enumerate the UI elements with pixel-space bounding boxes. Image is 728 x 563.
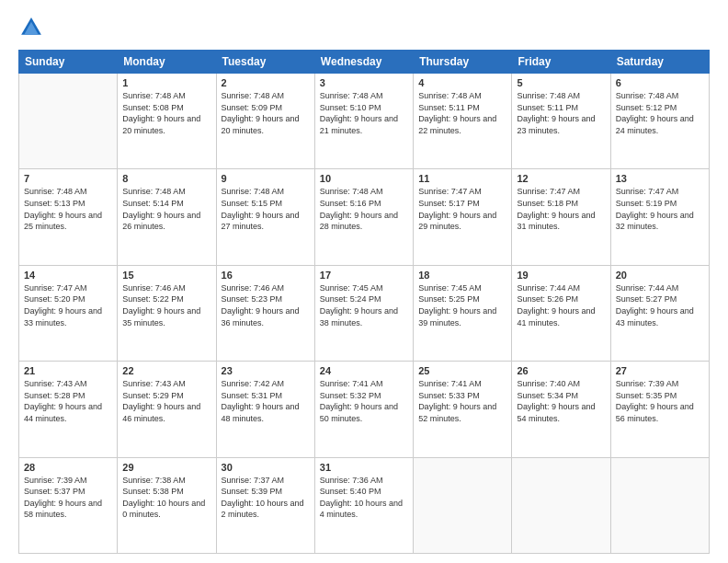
page: SundayMondayTuesdayWednesdayThursdayFrid…	[0, 0, 728, 563]
calendar-cell: 9Sunrise: 7:48 AMSunset: 5:15 PMDaylight…	[216, 169, 314, 265]
calendar-cell: 3Sunrise: 7:48 AMSunset: 5:10 PMDaylight…	[314, 74, 413, 169]
calendar-header-friday: Friday	[512, 51, 610, 74]
calendar-cell: 21Sunrise: 7:43 AMSunset: 5:28 PMDayligh…	[19, 362, 118, 457]
calendar-cell: 26Sunrise: 7:40 AMSunset: 5:34 PMDayligh…	[512, 362, 610, 457]
calendar-cell: 27Sunrise: 7:39 AMSunset: 5:35 PMDayligh…	[610, 362, 709, 457]
calendar-header-monday: Monday	[118, 51, 216, 74]
day-info: Sunrise: 7:48 AMSunset: 5:08 PMDaylight:…	[122, 90, 210, 136]
calendar-cell: 1Sunrise: 7:48 AMSunset: 5:08 PMDaylight…	[118, 74, 216, 169]
day-info: Sunrise: 7:47 AMSunset: 5:19 PMDaylight:…	[616, 186, 704, 232]
day-number: 30	[222, 462, 310, 473]
day-info: Sunrise: 7:48 AMSunset: 5:11 PMDaylight:…	[418, 90, 506, 136]
calendar-cell: 18Sunrise: 7:45 AMSunset: 5:25 PMDayligh…	[414, 265, 512, 361]
day-info: Sunrise: 7:48 AMSunset: 5:15 PMDaylight:…	[222, 186, 310, 232]
day-number: 1	[122, 77, 210, 88]
day-number: 24	[320, 365, 408, 376]
day-info: Sunrise: 7:39 AMSunset: 5:35 PMDaylight:…	[616, 378, 704, 424]
calendar-cell: 24Sunrise: 7:41 AMSunset: 5:32 PMDayligh…	[314, 362, 413, 457]
calendar-cell: 23Sunrise: 7:42 AMSunset: 5:31 PMDayligh…	[216, 362, 314, 457]
day-number: 18	[418, 270, 506, 281]
calendar-week-5: 28Sunrise: 7:39 AMSunset: 5:37 PMDayligh…	[19, 457, 710, 553]
day-info: Sunrise: 7:47 AMSunset: 5:18 PMDaylight:…	[517, 186, 605, 232]
day-number: 7	[24, 173, 112, 184]
day-number: 2	[222, 77, 310, 88]
calendar-cell: 17Sunrise: 7:45 AMSunset: 5:24 PMDayligh…	[314, 265, 413, 361]
day-info: Sunrise: 7:47 AMSunset: 5:17 PMDaylight:…	[418, 186, 506, 232]
day-info: Sunrise: 7:46 AMSunset: 5:23 PMDaylight:…	[222, 282, 310, 328]
day-number: 5	[517, 77, 605, 88]
day-number: 13	[616, 173, 704, 184]
calendar-week-1: 1Sunrise: 7:48 AMSunset: 5:08 PMDaylight…	[19, 74, 710, 169]
day-info: Sunrise: 7:48 AMSunset: 5:13 PMDaylight:…	[24, 186, 112, 232]
calendar-table: SundayMondayTuesdayWednesdayThursdayFrid…	[18, 50, 710, 554]
day-number: 3	[320, 77, 408, 88]
calendar-cell: 30Sunrise: 7:37 AMSunset: 5:39 PMDayligh…	[216, 457, 314, 553]
day-info: Sunrise: 7:48 AMSunset: 5:09 PMDaylight:…	[222, 90, 310, 136]
calendar-cell: 7Sunrise: 7:48 AMSunset: 5:13 PMDaylight…	[19, 169, 118, 265]
day-number: 27	[616, 365, 704, 376]
day-number: 26	[517, 365, 605, 376]
day-number: 12	[517, 173, 605, 184]
day-number: 11	[418, 173, 506, 184]
calendar-cell: 11Sunrise: 7:47 AMSunset: 5:17 PMDayligh…	[414, 169, 512, 265]
day-number: 6	[616, 77, 704, 88]
calendar-cell: 5Sunrise: 7:48 AMSunset: 5:11 PMDaylight…	[512, 74, 610, 169]
day-info: Sunrise: 7:48 AMSunset: 5:12 PMDaylight:…	[616, 90, 704, 136]
day-number: 29	[122, 462, 210, 473]
day-info: Sunrise: 7:41 AMSunset: 5:32 PMDaylight:…	[320, 378, 408, 424]
calendar-cell: 2Sunrise: 7:48 AMSunset: 5:09 PMDaylight…	[216, 74, 314, 169]
day-number: 21	[24, 365, 112, 376]
calendar-cell: 10Sunrise: 7:48 AMSunset: 5:16 PMDayligh…	[314, 169, 413, 265]
calendar-header-tuesday: Tuesday	[216, 51, 314, 74]
calendar-cell	[512, 457, 610, 553]
day-number: 10	[320, 173, 408, 184]
day-number: 14	[24, 270, 112, 281]
day-info: Sunrise: 7:43 AMSunset: 5:29 PMDaylight:…	[122, 378, 210, 424]
day-number: 16	[222, 270, 310, 281]
day-info: Sunrise: 7:41 AMSunset: 5:33 PMDaylight:…	[418, 378, 506, 424]
day-info: Sunrise: 7:38 AMSunset: 5:38 PMDaylight:…	[122, 475, 210, 521]
calendar-cell: 28Sunrise: 7:39 AMSunset: 5:37 PMDayligh…	[19, 457, 118, 553]
day-number: 20	[616, 270, 704, 281]
calendar-cell	[19, 74, 118, 169]
calendar-week-4: 21Sunrise: 7:43 AMSunset: 5:28 PMDayligh…	[19, 362, 710, 457]
calendar-cell	[414, 457, 512, 553]
calendar-cell: 29Sunrise: 7:38 AMSunset: 5:38 PMDayligh…	[118, 457, 216, 553]
calendar-cell: 8Sunrise: 7:48 AMSunset: 5:14 PMDaylight…	[118, 169, 216, 265]
calendar-header-saturday: Saturday	[610, 51, 709, 74]
calendar-cell: 20Sunrise: 7:44 AMSunset: 5:27 PMDayligh…	[610, 265, 709, 361]
day-info: Sunrise: 7:48 AMSunset: 5:14 PMDaylight:…	[122, 186, 210, 232]
day-info: Sunrise: 7:40 AMSunset: 5:34 PMDaylight:…	[517, 378, 605, 424]
day-info: Sunrise: 7:45 AMSunset: 5:24 PMDaylight:…	[320, 282, 408, 328]
day-number: 28	[24, 462, 112, 473]
calendar-header-sunday: Sunday	[19, 51, 118, 74]
logo	[18, 15, 48, 40]
day-number: 8	[122, 173, 210, 184]
day-number: 17	[320, 270, 408, 281]
calendar-header-wednesday: Wednesday	[314, 51, 413, 74]
day-info: Sunrise: 7:42 AMSunset: 5:31 PMDaylight:…	[222, 378, 310, 424]
calendar-cell: 15Sunrise: 7:46 AMSunset: 5:22 PMDayligh…	[118, 265, 216, 361]
calendar-header-row: SundayMondayTuesdayWednesdayThursdayFrid…	[19, 51, 710, 74]
logo-icon	[18, 15, 44, 40]
day-info: Sunrise: 7:44 AMSunset: 5:26 PMDaylight:…	[517, 282, 605, 328]
calendar-cell: 14Sunrise: 7:47 AMSunset: 5:20 PMDayligh…	[19, 265, 118, 361]
calendar-cell: 19Sunrise: 7:44 AMSunset: 5:26 PMDayligh…	[512, 265, 610, 361]
day-number: 9	[222, 173, 310, 184]
day-info: Sunrise: 7:37 AMSunset: 5:39 PMDaylight:…	[222, 475, 310, 521]
calendar-cell: 16Sunrise: 7:46 AMSunset: 5:23 PMDayligh…	[216, 265, 314, 361]
day-info: Sunrise: 7:48 AMSunset: 5:16 PMDaylight:…	[320, 186, 408, 232]
calendar-cell: 25Sunrise: 7:41 AMSunset: 5:33 PMDayligh…	[414, 362, 512, 457]
day-info: Sunrise: 7:48 AMSunset: 5:11 PMDaylight:…	[517, 90, 605, 136]
day-info: Sunrise: 7:47 AMSunset: 5:20 PMDaylight:…	[24, 282, 112, 328]
calendar-cell: 31Sunrise: 7:36 AMSunset: 5:40 PMDayligh…	[314, 457, 413, 553]
calendar-cell: 12Sunrise: 7:47 AMSunset: 5:18 PMDayligh…	[512, 169, 610, 265]
day-number: 4	[418, 77, 506, 88]
day-number: 22	[122, 365, 210, 376]
day-number: 23	[222, 365, 310, 376]
day-info: Sunrise: 7:48 AMSunset: 5:10 PMDaylight:…	[320, 90, 408, 136]
day-number: 19	[517, 270, 605, 281]
day-number: 25	[418, 365, 506, 376]
calendar-week-2: 7Sunrise: 7:48 AMSunset: 5:13 PMDaylight…	[19, 169, 710, 265]
day-info: Sunrise: 7:45 AMSunset: 5:25 PMDaylight:…	[418, 282, 506, 328]
